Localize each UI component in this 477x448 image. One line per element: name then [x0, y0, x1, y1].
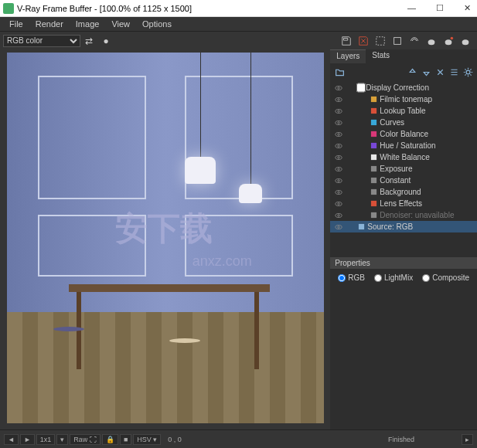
svg-rect-11: [371, 97, 376, 102]
menu-image[interactable]: Image: [70, 19, 106, 29]
layer-checkbox[interactable]: [356, 83, 366, 93]
menu-options[interactable]: Options: [136, 19, 178, 29]
svg-point-30: [336, 178, 342, 182]
svg-point-8: [338, 87, 340, 89]
svg-point-39: [336, 213, 342, 217]
svg-point-5: [462, 39, 469, 45]
menu-view[interactable]: View: [105, 19, 136, 29]
move-down-icon[interactable]: [420, 66, 432, 78]
lock-icon[interactable]: 🔒: [102, 434, 118, 445]
eye-icon[interactable]: [333, 142, 344, 150]
zoom-down-icon[interactable]: ▾: [56, 434, 68, 445]
source-icon: [356, 223, 366, 230]
svg-rect-44: [359, 224, 364, 229]
watermark-text: 安下载: [115, 207, 213, 250]
eye-icon[interactable]: [333, 212, 344, 219]
render-interactive-icon[interactable]: [441, 34, 455, 48]
layer-item[interactable]: Exposure: [330, 163, 477, 175]
region-icon[interactable]: [373, 34, 387, 48]
layer-label: Denoiser: unavailable: [380, 211, 474, 219]
radio-composite[interactable]: Composite: [422, 273, 469, 282]
channel-select[interactable]: RGB color: [3, 35, 80, 47]
layer-type-icon: [369, 200, 378, 207]
expand-icon[interactable]: ▸: [462, 434, 473, 445]
layer-item[interactable]: Denoiser: unavailable: [330, 209, 477, 221]
layer-item[interactable]: White Balance: [330, 151, 477, 163]
move-up-icon[interactable]: [406, 66, 418, 78]
save-all-icon[interactable]: [356, 34, 370, 48]
layer-type-icon: [369, 212, 378, 219]
svg-point-19: [338, 133, 340, 135]
eye-icon[interactable]: [333, 154, 344, 161]
link-icon[interactable]: [407, 34, 421, 48]
svg-rect-26: [371, 154, 376, 160]
svg-point-16: [338, 121, 340, 124]
menu-render[interactable]: Render: [29, 19, 70, 29]
history-fwd-icon[interactable]: ►: [20, 434, 35, 445]
svg-rect-41: [371, 212, 376, 218]
layer-item[interactable]: Color Balance: [330, 128, 477, 140]
window-title: V-Ray Frame Buffer - [100.0% of 1125 x 1…: [17, 4, 404, 13]
tab-layers[interactable]: Layers: [330, 49, 366, 63]
layer-label: Curves: [380, 118, 474, 127]
eye-icon[interactable]: [333, 131, 344, 138]
eye-icon[interactable]: [333, 200, 344, 208]
maximize-button[interactable]: ☐: [433, 3, 447, 13]
layer-label: Hue / Saturation: [380, 141, 474, 150]
svg-rect-1: [394, 37, 401, 44]
radio-lightmix[interactable]: LightMix: [374, 273, 413, 282]
eye-icon[interactable]: [333, 119, 344, 127]
layer-display-correction[interactable]: Display Correction: [330, 82, 477, 93]
svg-point-7: [336, 86, 342, 90]
layer-toolbar: [330, 63, 477, 80]
eye-icon[interactable]: [333, 107, 344, 115]
render-production-icon[interactable]: [458, 34, 472, 48]
radio-rgb[interactable]: RGB: [338, 273, 365, 282]
render-last-icon[interactable]: [424, 34, 438, 48]
layer-source[interactable]: Source: RGB: [330, 221, 477, 232]
raw-toggle[interactable]: Raw ⛶: [70, 434, 101, 445]
svg-point-36: [336, 202, 342, 205]
save-icon[interactable]: [339, 34, 353, 48]
layer-label: Display Correction: [366, 83, 474, 92]
gear-icon[interactable]: [462, 66, 474, 78]
viewport[interactable]: 安下载 anxz.com: [0, 49, 330, 429]
zoom-label[interactable]: 1x1: [36, 434, 56, 445]
layer-item[interactable]: Constant: [330, 175, 477, 186]
folder-add-icon[interactable]: [333, 66, 346, 78]
svg-point-27: [336, 167, 342, 171]
clear-icon[interactable]: [390, 34, 404, 48]
menu-file[interactable]: File: [3, 19, 29, 29]
layer-item[interactable]: Lens Effects: [330, 198, 477, 209]
tab-stats[interactable]: Stats: [366, 49, 396, 63]
svg-point-2: [428, 39, 435, 45]
eye-icon[interactable]: [333, 223, 344, 231]
layer-item[interactable]: Background: [330, 186, 477, 198]
svg-point-37: [338, 202, 340, 205]
eye-icon[interactable]: [333, 84, 344, 92]
color-box-icon[interactable]: ■: [120, 434, 131, 445]
svg-point-12: [336, 109, 342, 113]
svg-rect-0: [376, 36, 385, 45]
eye-icon[interactable]: [333, 96, 344, 104]
dot-icon[interactable]: ●: [99, 34, 113, 48]
hsv-toggle[interactable]: HSV ▾: [133, 434, 161, 445]
swap-icon[interactable]: ⇄: [82, 34, 96, 48]
delete-layer-icon[interactable]: [434, 66, 446, 78]
eye-icon[interactable]: [333, 165, 344, 173]
layer-item[interactable]: Hue / Saturation: [330, 140, 477, 151]
layer-item[interactable]: Curves: [330, 117, 477, 128]
svg-point-4: [451, 36, 454, 39]
close-button[interactable]: ✕: [461, 3, 474, 13]
render-image: 安下载 anxz.com: [7, 53, 324, 423]
eye-icon[interactable]: [333, 177, 344, 185]
eye-icon[interactable]: [333, 188, 344, 196]
history-back-icon[interactable]: ◄: [4, 434, 19, 445]
layer-item[interactable]: Filmic tonemap: [330, 93, 477, 105]
layer-type-icon: [369, 177, 378, 184]
menu-icon[interactable]: [448, 66, 460, 78]
minimize-button[interactable]: —: [404, 3, 419, 13]
layer-item[interactable]: Lookup Table: [330, 105, 477, 117]
layer-label: Background: [380, 188, 474, 196]
svg-point-13: [338, 110, 340, 112]
